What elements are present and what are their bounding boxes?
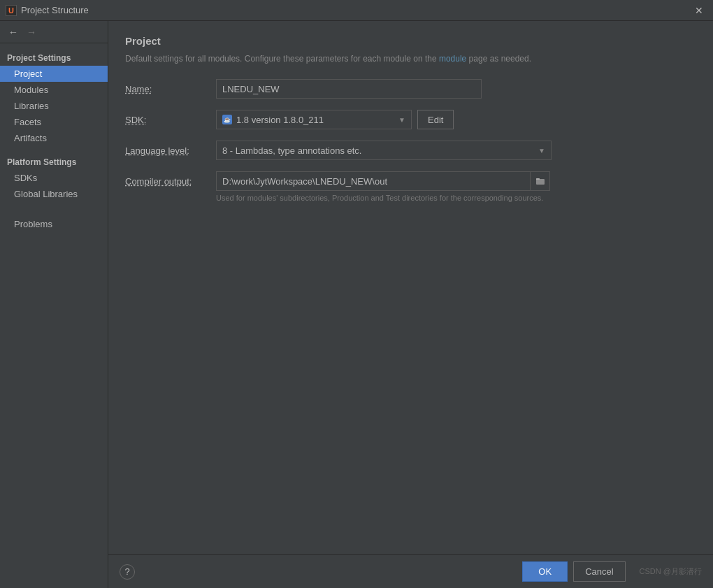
title-bar-left: U Project Structure [6, 5, 89, 16]
close-button[interactable]: ✕ [691, 3, 707, 17]
title-bar: U Project Structure ✕ [0, 0, 713, 21]
cancel-button[interactable]: Cancel [573, 561, 625, 582]
sidebar-item-global-libraries[interactable]: Global Libraries [0, 186, 108, 202]
compiler-output-label-text: Compiler output: [125, 176, 192, 187]
main-container: ← → Project Settings Project Modules Lib… [0, 21, 713, 588]
watermark: CSDN @月影潜行 [640, 566, 702, 577]
sdk-edit-button[interactable]: Edit [417, 110, 454, 129]
app-icon: U [6, 5, 17, 16]
sidebar: ← → Project Settings Project Modules Lib… [0, 21, 108, 588]
platform-settings-label: Platform Settings [0, 153, 108, 170]
language-level-dropdown-arrow: ▼ [538, 147, 545, 155]
sidebar-item-sdks[interactable]: SDKs [0, 170, 108, 186]
bottom-bar: ? OK Cancel CSDN @月影潜行 [108, 554, 713, 588]
compiler-output-row: Compiler output: D:\work\JytWorkspace\LN… [125, 171, 696, 202]
svg-rect-2 [536, 178, 540, 180]
language-level-value: 8 - Lambdas, type annotations etc. [222, 145, 361, 156]
sidebar-item-problems[interactable]: Problems [0, 216, 108, 232]
nav-bar: ← → [0, 21, 108, 43]
back-arrow[interactable]: ← [6, 25, 21, 39]
language-level-label: Language level: [125, 145, 216, 156]
name-label: Name: [125, 84, 216, 94]
folder-icon [536, 177, 545, 185]
java-icon: ☕ [222, 115, 232, 124]
content-title: Project [125, 35, 696, 47]
ok-button[interactable]: OK [522, 561, 568, 582]
compiler-output-label: Compiler output: [125, 176, 216, 187]
sdk-label: SDK: [125, 115, 216, 125]
compiler-hint: Used for modules' subdirectories, Produc… [216, 194, 543, 202]
name-label-text: Name: [125, 84, 152, 94]
compiler-output-controls: D:\work\JytWorkspace\LNEDU_NEW\out [216, 171, 550, 191]
name-row: Name: [125, 79, 696, 99]
sidebar-item-modules[interactable]: Modules [0, 82, 108, 98]
language-level-dropdown[interactable]: 8 - Lambdas, type annotations etc. ▼ [216, 141, 552, 160]
name-input[interactable] [216, 79, 482, 99]
sidebar-item-facets[interactable]: Facets [0, 114, 108, 130]
sidebar-content: Project Settings Project Modules Librari… [0, 43, 108, 588]
sdk-label-text: SDK: [125, 115, 146, 125]
sidebar-item-artifacts[interactable]: Artifacts [0, 130, 108, 146]
sdk-dropdown-arrow: ▼ [398, 116, 405, 124]
folder-button[interactable] [531, 171, 550, 191]
compiler-output-value: D:\work\JytWorkspace\LNEDU_NEW\out [222, 176, 387, 187]
window-title: Project Structure [21, 5, 89, 15]
forward-arrow[interactable]: → [24, 25, 39, 39]
sdk-value: 1.8 version 1.8.0_211 [236, 115, 324, 125]
project-settings-label: Project Settings [0, 49, 108, 66]
compiler-output-input[interactable]: D:\work\JytWorkspace\LNEDU_NEW\out [216, 171, 531, 191]
bottom-right: OK Cancel CSDN @月影潜行 [522, 561, 702, 582]
language-level-label-text: Language level: [125, 145, 189, 156]
help-button[interactable]: ? [120, 564, 135, 580]
content-description: Default settings for all modules. Config… [125, 52, 696, 65]
sdk-dropdown[interactable]: ☕ 1.8 version 1.8.0_211 ▼ [216, 110, 412, 129]
sdk-row: SDK: ☕ 1.8 version 1.8.0_211 ▼ Edit [125, 110, 696, 129]
sdk-controls: ☕ 1.8 version 1.8.0_211 ▼ Edit [216, 110, 454, 129]
language-level-row: Language level: 8 - Lambdas, type annota… [125, 141, 696, 160]
content-inner: Project Default settings for all modules… [108, 21, 713, 554]
sidebar-item-project[interactable]: Project [0, 66, 108, 82]
content-area: Project Default settings for all modules… [108, 21, 713, 588]
sidebar-item-libraries[interactable]: Libraries [0, 98, 108, 114]
module-link[interactable]: module [439, 54, 466, 64]
